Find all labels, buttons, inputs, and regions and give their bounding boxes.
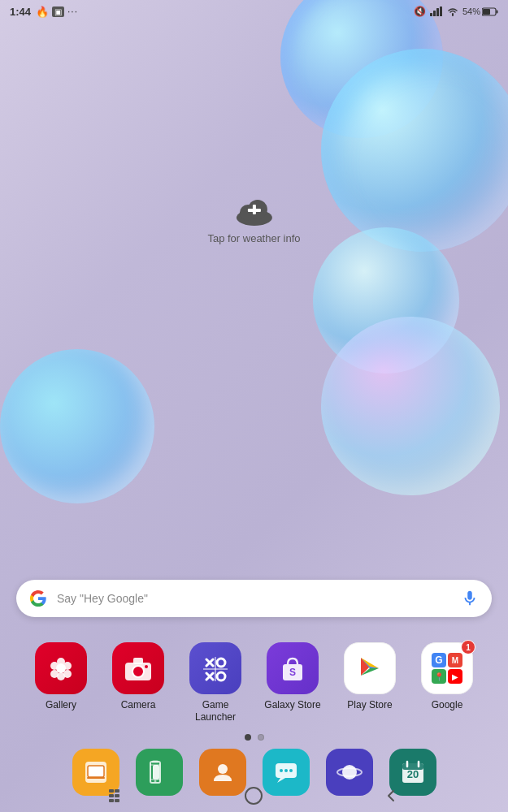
svg-rect-11 (248, 209, 261, 212)
svg-point-30 (217, 672, 225, 680)
app-item-google[interactable]: G M 📍 ▶ 1 Google (413, 642, 482, 723)
svg-rect-43 (88, 766, 104, 777)
mic-icon[interactable] (461, 590, 479, 607)
svg-point-48 (218, 764, 228, 774)
svg-text:S: S (289, 667, 296, 678)
home-button[interactable] (244, 786, 263, 806)
svg-text:20: 20 (406, 768, 418, 780)
battery-icon (482, 7, 498, 16)
bubble-5 (0, 349, 154, 503)
app-grid: Gallery Camera (0, 642, 508, 723)
status-left: 1:44 🔥 ▣ ··· (10, 6, 78, 18)
more-dots: ··· (67, 6, 78, 17)
app-icon-gallery (35, 642, 87, 694)
app-label-play-store: Play Store (347, 699, 392, 710)
app-icon-game-launcher (189, 642, 241, 694)
app-icon-galaxy-store: S (267, 642, 319, 694)
google-logo (29, 590, 47, 607)
page-indicator-1[interactable] (245, 734, 251, 741)
svg-point-52 (289, 769, 293, 772)
page-indicators (245, 734, 264, 741)
page-indicator-2[interactable] (258, 734, 264, 741)
svg-rect-64 (109, 799, 114, 802)
nav-bar (0, 780, 508, 812)
svg-point-20 (132, 666, 144, 677)
battery-indicator: 54% (462, 6, 498, 16)
svg-rect-65 (115, 799, 119, 802)
svg-text:M: M (452, 656, 458, 665)
app-label-game-launcher: Game Launcher (181, 699, 250, 723)
svg-text:📍: 📍 (434, 672, 445, 682)
flame-icon: 🔥 (36, 6, 49, 18)
weather-tap-text: Tap for weather info (207, 232, 300, 244)
svg-rect-21 (133, 658, 143, 664)
search-bar[interactable]: Say "Hey Google" (16, 580, 492, 617)
svg-point-66 (245, 788, 262, 804)
app-item-camera[interactable]: Camera (104, 642, 173, 723)
svg-point-25 (217, 659, 225, 667)
svg-point-18 (56, 663, 66, 673)
app-icon-google: G M 📍 ▶ 1 (421, 642, 473, 694)
signal-icon (430, 6, 443, 16)
app-label-google: Google (432, 699, 463, 710)
screenshot-icon: ▣ (52, 6, 64, 17)
app-item-gallery[interactable]: Gallery (27, 642, 96, 723)
svg-rect-2 (436, 8, 439, 16)
svg-rect-1 (433, 11, 436, 16)
google-badge: 1 (461, 640, 475, 654)
svg-rect-60 (109, 789, 114, 793)
mute-icon: 🔇 (414, 6, 426, 17)
app-label-camera: Camera (121, 699, 156, 710)
svg-point-50 (280, 769, 283, 772)
status-icons-left: 🔥 ▣ ··· (36, 6, 78, 18)
status-right: 🔇 54% (414, 6, 498, 17)
app-item-play-store[interactable]: Play Store (336, 642, 405, 723)
svg-point-22 (145, 665, 148, 668)
search-placeholder-text: Say "Hey Google" (57, 592, 451, 605)
svg-rect-44 (87, 777, 105, 779)
wifi-icon (447, 6, 458, 16)
app-label-gallery: Gallery (46, 699, 76, 710)
svg-rect-63 (115, 794, 119, 797)
status-bar: 1:44 🔥 ▣ ··· 🔇 54% (0, 0, 508, 23)
app-item-game-launcher[interactable]: Game Launcher (181, 642, 250, 723)
svg-rect-3 (440, 6, 442, 16)
svg-point-51 (284, 769, 288, 772)
app-item-galaxy-store[interactable]: S Galaxy Store (258, 642, 328, 723)
bubble-4 (321, 317, 500, 495)
weather-widget[interactable]: Tap for weather info (207, 195, 300, 244)
back-button[interactable] (381, 786, 401, 806)
app-icon-camera (112, 642, 164, 694)
app-label-galaxy-store: Galaxy Store (264, 699, 320, 710)
recents-button[interactable] (107, 786, 127, 806)
svg-point-53 (342, 765, 357, 780)
svg-rect-5 (483, 9, 490, 15)
svg-text:▶: ▶ (452, 672, 458, 681)
svg-rect-0 (430, 13, 432, 16)
app-icon-play-store (344, 642, 396, 694)
svg-rect-62 (109, 794, 114, 797)
battery-text: 54% (462, 6, 480, 16)
bubble-2 (321, 49, 508, 252)
status-time: 1:44 (10, 6, 31, 18)
weather-cloud-icon (233, 195, 276, 227)
svg-rect-6 (497, 10, 498, 13)
svg-rect-61 (115, 789, 119, 793)
svg-text:G: G (435, 654, 442, 666)
